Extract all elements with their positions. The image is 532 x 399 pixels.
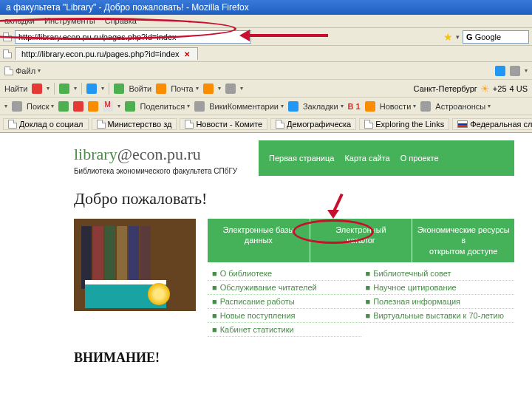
- bookmark-item[interactable]: Демографическа: [270, 118, 356, 130]
- browser-tab[interactable]: http://library.econ.pu.ru/pages.php?id=i…: [15, 47, 198, 60]
- check-icon[interactable]: [59, 83, 69, 94]
- nav-about[interactable]: О проекте: [400, 154, 439, 163]
- dropdown-icon[interactable]: ▾: [525, 67, 528, 74]
- wiki-button[interactable]: ВикиКомментарии▾: [209, 102, 284, 111]
- share-button[interactable]: Поделиться▾: [140, 102, 190, 111]
- toolbar-row-1: Файл▾ ▾: [0, 62, 532, 80]
- link-citation[interactable]: Научное цитирование: [373, 283, 457, 292]
- page-icon: [185, 120, 194, 129]
- toolbar-row-3: ▾ Поиск▾ ▾ Поделиться▾ ВикиКомментарии▾ …: [0, 98, 532, 115]
- feed-icon[interactable]: [88, 101, 98, 112]
- site-nav: Первая страница Карта сайта О проекте: [259, 140, 514, 176]
- search-icon: [12, 101, 22, 112]
- site-logo[interactable]: library@econ.pu.ru: [74, 145, 244, 164]
- link-grid: ■О библиотеке ■Обслуживание читателей ■Р…: [208, 267, 514, 337]
- toolbar-row-2: Найти ▾ ▾ ▾ Войти Почта▾ ▾ ▾ Санкт-Петер…: [0, 80, 532, 98]
- tab-favicon: [3, 50, 12, 58]
- astro-button[interactable]: Астроанонсы▾: [435, 102, 491, 111]
- pencil-icon[interactable]: [32, 83, 42, 94]
- weather-temp: +25: [493, 84, 507, 93]
- gear-icon[interactable]: [225, 83, 236, 94]
- google-icon: G: [466, 33, 473, 41]
- address-input[interactable]: [15, 30, 251, 44]
- weather-widget[interactable]: Санкт-Петербург ☀ +25 4 US: [414, 83, 528, 95]
- astro-icon: [420, 101, 431, 112]
- page-icon: [8, 120, 17, 129]
- link-useful[interactable]: Полезная информация: [373, 297, 460, 306]
- bookmark-item[interactable]: Exploring the Links: [359, 118, 449, 130]
- sun-icon: ☀: [480, 83, 490, 95]
- search-placeholder: Google: [475, 33, 501, 41]
- file-menu[interactable]: Файл▾: [4, 66, 41, 75]
- url-dropdown-icon[interactable]: ▾: [456, 33, 460, 41]
- translate-icon[interactable]: [86, 83, 97, 94]
- bookmark-star-icon[interactable]: ★: [443, 31, 453, 43]
- page-icon: [3, 33, 12, 41]
- logo-block: library@econ.pu.ru Библиотека экономичес…: [74, 140, 244, 176]
- wiki-icon: [194, 101, 205, 112]
- gmail-icon[interactable]: [103, 101, 113, 112]
- chevron-icon[interactable]: ▾: [4, 103, 7, 109]
- rss-icon[interactable]: [203, 83, 214, 94]
- nav-sitemap[interactable]: Карта сайта: [344, 154, 389, 163]
- link-service[interactable]: Обслуживание читателей: [220, 283, 317, 292]
- window-title: а факультета "Library" - Добро пожаловат…: [6, 2, 249, 13]
- attention-heading: ВНИМАНИЕ!: [74, 350, 514, 366]
- login-button[interactable]: Войти: [129, 84, 151, 93]
- bookmark-item[interactable]: Новости - Комите: [180, 118, 267, 130]
- find-button[interactable]: Найти: [4, 84, 27, 93]
- category-tabs: Электронные базыданных Электронныйкатало…: [208, 219, 514, 262]
- link-new[interactable]: Новые поступления: [220, 311, 296, 320]
- login-icon: [114, 83, 124, 94]
- site-subtitle: Библиотека экономического факультета СПб…: [74, 167, 244, 175]
- mail-icon: [156, 83, 166, 94]
- weather-extra: 4 US: [510, 84, 528, 93]
- menu-bookmarks[interactable]: акладки: [4, 16, 35, 25]
- page-icon: [97, 120, 106, 129]
- window-titlebar: а факультета "Library" - Добро пожаловат…: [0, 0, 532, 15]
- close-icon[interactable]: ✕: [183, 50, 191, 58]
- plus-icon[interactable]: [58, 101, 69, 112]
- welcome-heading: Добро пожаловать!: [74, 189, 514, 208]
- counter-icon[interactable]: В 1: [348, 102, 361, 111]
- bookmark-item[interactable]: Федеральная слу: [452, 118, 532, 130]
- page-content: library@econ.pu.ru Библиотека экономичес…: [0, 133, 532, 366]
- library-photo: [74, 219, 196, 311]
- search-button[interactable]: Поиск▾: [27, 102, 54, 111]
- page-icon: [364, 120, 373, 129]
- star-icon: [288, 101, 299, 112]
- menu-tools[interactable]: Инструменты: [44, 16, 95, 25]
- mail-button[interactable]: Почта▾: [171, 84, 199, 93]
- page-icon: [276, 120, 284, 129]
- reload-icon[interactable]: [495, 66, 505, 76]
- tab-bar: http://library.econ.pu.ru/pages.php?id=i…: [0, 46, 532, 62]
- link-exhibits[interactable]: Виртуальные выставки к 70-летию: [373, 311, 504, 320]
- bookmark-item[interactable]: Министерство зд: [92, 118, 177, 130]
- browser-search-box[interactable]: G Google: [463, 30, 529, 44]
- news-button[interactable]: Новости▾: [380, 102, 417, 111]
- bookmark-item[interactable]: Доклад о социал: [3, 118, 89, 130]
- link-council[interactable]: Библиотечный совет: [373, 269, 451, 278]
- link-schedule[interactable]: Расписание работы: [220, 297, 295, 306]
- site-header: library@econ.pu.ru Библиотека экономичес…: [74, 140, 514, 176]
- nav-home[interactable]: Первая страница: [269, 154, 334, 163]
- menu-bar: акладки Инструменты Справка: [0, 15, 532, 28]
- url-bar: ★ ▾ G Google: [0, 28, 532, 46]
- weather-city: Санкт-Петербург: [414, 84, 477, 93]
- flag-icon[interactable]: [73, 101, 83, 112]
- link-stats[interactable]: Кабинет статистики: [220, 325, 294, 334]
- tab-label: http://library.econ.pu.ru/pages.php?id=i…: [21, 50, 180, 58]
- annotation-arrow-url: [239, 31, 328, 40]
- bookmarks-button[interactable]: Закладки▾: [303, 102, 344, 111]
- news-icon: [365, 101, 375, 112]
- main-row: Электронные базыданных Электронныйкатало…: [74, 219, 514, 337]
- tab-databases[interactable]: Электронные базыданных: [208, 219, 310, 262]
- tool-icon[interactable]: [510, 66, 520, 76]
- link-about[interactable]: О библиотеке: [220, 269, 272, 278]
- content-right: Электронные базыданных Электронныйкатало…: [208, 219, 514, 337]
- menu-help[interactable]: Справка: [105, 16, 137, 25]
- file-icon: [4, 66, 13, 75]
- tab-catalog[interactable]: Электронныйкаталог: [310, 219, 413, 262]
- flag-ru-icon: [457, 120, 468, 128]
- tab-open-resources[interactable]: Экономические ресурсы воткрытом доступе: [412, 219, 514, 262]
